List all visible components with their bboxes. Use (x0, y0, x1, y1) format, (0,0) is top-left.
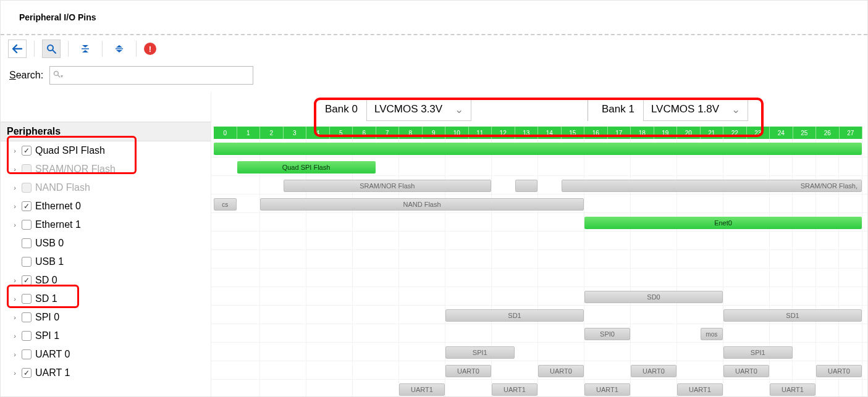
peripheral-checkbox[interactable]: ✓ (22, 275, 32, 285)
peripheral-row-uart-0[interactable]: ›UART 0 (1, 345, 211, 364)
pin-map-row: SPI0mos (211, 324, 867, 343)
peripheral-checkbox[interactable] (22, 238, 32, 248)
svg-line-5 (58, 75, 61, 78)
pin-allocation-bar[interactable]: SD0 (584, 291, 723, 303)
peripheral-row-sram-nor-flash[interactable]: ›SRAM/NOR Flash (1, 160, 211, 178)
pin-allocation-bar[interactable]: SRAM/NOR Flash (284, 180, 492, 192)
pin-allocation-bar[interactable]: UART0 (723, 365, 769, 377)
peripheral-checkbox[interactable]: ✓ (22, 368, 32, 378)
peripheral-checkbox[interactable] (22, 349, 32, 359)
pin-allocation-bar[interactable]: Quad SPI Flash (237, 161, 376, 173)
pin-allocation-bar[interactable]: SPI1 (723, 346, 793, 359)
pin-allocation-bar[interactable]: UART1 (399, 383, 445, 396)
magnifier-icon (46, 44, 56, 54)
back-button[interactable] (8, 40, 27, 58)
pin-allocation-bar[interactable]: cs (214, 198, 237, 211)
pin-allocation-bar[interactable]: Enet0 (584, 217, 862, 229)
peripheral-label: SPI 0 (35, 312, 59, 323)
pin-allocation-bar[interactable]: UART0 (445, 365, 491, 377)
bank1-io-standard-select[interactable]: LVCMOS 1.8V ⌄ (643, 98, 748, 121)
pin-column-header: 23 (747, 127, 770, 139)
search-field-magnifier-icon (53, 70, 61, 80)
bank0-io-standard-select[interactable]: LVCMOS 3.3V ⌄ (366, 98, 471, 121)
toolbar-divider (68, 41, 69, 57)
pin-column-header: 7 (376, 127, 400, 139)
pin-column-header: 24 (770, 127, 793, 139)
peripheral-row-spi-0[interactable]: ›SPI 0 (1, 308, 211, 327)
collapse-all-button[interactable] (76, 40, 95, 58)
check-icon: ✓ (23, 276, 30, 285)
pin-column-header: 9 (423, 127, 446, 139)
expand-caret-icon[interactable]: › (12, 295, 18, 303)
expand-caret-icon[interactable]: › (12, 277, 18, 284)
pin-allocation-bar[interactable]: UART0 (816, 365, 862, 377)
peripheral-row-ethernet-0[interactable]: ›✓Ethernet 0 (1, 197, 211, 215)
peripheral-label: SD 0 (35, 275, 57, 286)
peripheral-row-ethernet-1[interactable]: ›Ethernet 1 (1, 215, 211, 234)
expand-caret-icon[interactable]: › (12, 369, 18, 377)
pin-allocation-bar[interactable]: SPI1 (445, 346, 515, 359)
bank-bar: Bank 0 LVCMOS 3.3V ⌄ Bank 1 LVCMOS 1.8V … (211, 92, 867, 127)
expand-all-button[interactable] (110, 40, 129, 58)
search-label: Search: (9, 70, 43, 81)
pin-allocation-bar[interactable]: mos (701, 328, 723, 340)
svg-line-1 (53, 50, 56, 53)
peripheral-label: USB 1 (35, 256, 64, 267)
pin-allocation-bar[interactable]: UART1 (584, 383, 630, 396)
pin-number-header: 0123456789101112131415161718192021222324… (211, 127, 867, 139)
peripheral-checkbox[interactable] (22, 257, 32, 267)
peripheral-checkbox[interactable] (22, 312, 32, 322)
expand-caret-icon[interactable]: › (12, 165, 18, 173)
peripheral-row-spi-1[interactable]: ›SPI 1 (1, 327, 211, 345)
peripheral-row-nand-flash[interactable]: ›NAND Flash (1, 178, 211, 197)
expand-caret-icon[interactable]: › (12, 203, 18, 210)
peripheral-row-usb-0[interactable]: ›USB 0 (1, 234, 211, 253)
expand-caret-icon[interactable]: › (12, 332, 18, 340)
expand-caret-icon[interactable]: › (12, 314, 18, 321)
expand-caret-icon[interactable]: › (12, 184, 18, 191)
arrow-left-icon (12, 44, 22, 53)
chevron-down-icon: ⌄ (455, 103, 463, 116)
pin-allocation-bar[interactable]: UART1 (677, 383, 723, 396)
error-indicator[interactable]: ! (144, 43, 156, 55)
peripheral-row-sd-0[interactable]: ›✓SD 0 (1, 271, 211, 290)
peripheral-checkbox[interactable]: ✓ (22, 201, 32, 211)
peripheral-row-uart-1[interactable]: ›✓UART 1 (1, 364, 211, 382)
pin-allocation-bar[interactable]: UART0 (631, 365, 676, 377)
pin-allocation-bar[interactable] (214, 143, 862, 155)
pin-column-header: 25 (793, 127, 817, 139)
pin-column-header: 21 (701, 127, 724, 139)
collapse-icon (80, 44, 90, 54)
peripheral-row-usb-1[interactable]: ›USB 1 (1, 253, 211, 271)
chevron-down-icon: ⌄ (731, 103, 740, 116)
pin-allocation-bar[interactable] (515, 180, 538, 192)
toolbar-divider (102, 41, 103, 57)
pin-column-header: 0 (214, 127, 237, 139)
peripheral-checkbox[interactable]: ✓ (22, 146, 32, 156)
pin-allocation-bar[interactable]: SD1 (723, 309, 862, 322)
pin-map-row (211, 269, 867, 287)
pin-allocation-bar[interactable]: SPI0 (584, 328, 630, 340)
expand-icon (114, 44, 124, 54)
search-toggle-button[interactable] (42, 40, 61, 58)
pin-allocation-bar[interactable]: UART0 (538, 365, 584, 377)
peripheral-row-quad-spi-flash[interactable]: ›✓Quad SPI Flash (1, 141, 211, 160)
search-input[interactable] (49, 66, 253, 85)
peripheral-label: SRAM/NOR Flash (35, 164, 116, 175)
pin-allocation-bar[interactable]: SRAM/NOR Flash, (562, 180, 862, 192)
pin-allocation-bar[interactable]: UART1 (492, 383, 537, 396)
check-icon: ✓ (23, 202, 30, 211)
peripheral-checkbox[interactable] (22, 294, 32, 304)
pin-column-header: 27 (840, 127, 863, 139)
peripheral-row-sd-1[interactable]: ›SD 1 (1, 290, 211, 308)
search-field-dropdown-icon[interactable]: ▾ (61, 73, 63, 79)
peripheral-checkbox[interactable] (22, 220, 32, 230)
expand-caret-icon[interactable]: › (12, 147, 18, 154)
pin-allocation-bar[interactable]: UART1 (770, 383, 815, 396)
pin-column-header: 22 (723, 127, 747, 139)
expand-caret-icon[interactable]: › (12, 351, 18, 358)
expand-caret-icon[interactable]: › (12, 221, 18, 228)
peripheral-checkbox[interactable] (22, 331, 32, 341)
pin-allocation-bar[interactable]: SD1 (445, 309, 584, 322)
pin-allocation-bar[interactable]: NAND Flash (260, 198, 584, 211)
